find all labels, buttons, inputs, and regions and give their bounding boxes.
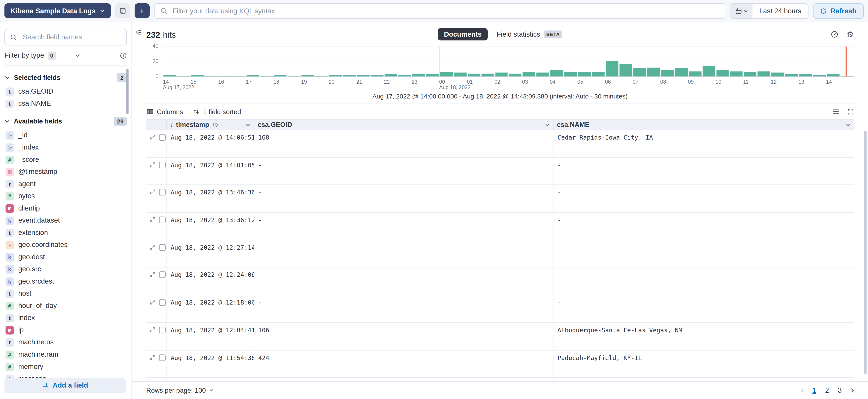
- field-list-item[interactable]: IP ip: [4, 324, 127, 336]
- x-axis-tick-label: 11: [743, 78, 749, 85]
- field-list-item[interactable]: k geo.dest: [4, 251, 127, 263]
- field-list-item[interactable]: t csa.GEOID: [4, 85, 127, 98]
- field-list-item[interactable]: # hour_of_day: [4, 300, 127, 312]
- field-list-item[interactable]: t machine.os: [4, 336, 127, 348]
- table-scrollbar[interactable]: [864, 131, 866, 374]
- refresh-button[interactable]: Refresh: [813, 3, 864, 19]
- x-axis-tick-label: 23: [411, 78, 417, 85]
- chevron-down-icon[interactable]: [75, 53, 81, 58]
- column-menu-button[interactable]: [845, 122, 850, 127]
- field-name: geo.dest: [18, 253, 45, 261]
- row-checkbox[interactable]: [159, 271, 165, 278]
- row-checkbox[interactable]: [159, 327, 165, 333]
- histogram-plot[interactable]: [163, 46, 854, 77]
- row-checkbox[interactable]: [159, 162, 165, 168]
- field-list-item[interactable]: t extension: [4, 226, 127, 239]
- fullscreen-button[interactable]: [847, 108, 854, 115]
- field-list-item[interactable]: IP clientip: [4, 202, 127, 214]
- row-checkbox[interactable]: [159, 189, 165, 196]
- row-checkbox[interactable]: [159, 134, 165, 141]
- display-density-button[interactable]: [832, 108, 839, 115]
- row-checkbox[interactable]: [159, 299, 165, 306]
- field-list-item[interactable]: # memory: [4, 361, 127, 373]
- expand-icon: [150, 354, 156, 360]
- data-view-picker-button[interactable]: Kibana Sample Data Logs: [4, 3, 111, 19]
- expand-document-button[interactable]: [150, 354, 156, 360]
- expand-document-button[interactable]: [150, 189, 156, 195]
- tab-documents[interactable]: Documents: [438, 28, 488, 40]
- row-checkbox[interactable]: [159, 217, 165, 223]
- chevron-down-icon[interactable]: [4, 119, 10, 124]
- tab-field-statistics[interactable]: Field statistics BETA: [497, 31, 562, 38]
- chevron-down-icon[interactable]: [4, 75, 10, 80]
- field-list-item[interactable]: t host: [4, 288, 127, 300]
- page-number-button[interactable]: 3: [834, 384, 845, 396]
- inspect-button[interactable]: [831, 31, 839, 38]
- string-field-type-icon: t: [5, 314, 14, 322]
- kql-search-input[interactable]: [172, 6, 719, 15]
- number-field-type-icon: #: [5, 155, 14, 164]
- row-checkbox[interactable]: [159, 354, 165, 361]
- string-field-type-icon: t: [5, 289, 14, 298]
- expand-document-button[interactable]: [150, 327, 156, 333]
- field-list-item[interactable]: # _score: [4, 153, 127, 166]
- add-field-label: Add a field: [53, 381, 88, 390]
- row-controls: [146, 323, 167, 350]
- table-header-timestamp[interactable]: ↓ timestamp: [167, 120, 254, 130]
- table-header-name[interactable]: csa.NAME: [554, 120, 854, 130]
- chart-options-button[interactable]: ⚙: [846, 30, 854, 38]
- columns-button[interactable]: Columns: [146, 108, 183, 115]
- field-list-item[interactable]: k geo.src: [4, 263, 127, 275]
- field-list-item[interactable]: k geo.srcdest: [4, 275, 127, 288]
- expand-document-button[interactable]: [150, 244, 156, 250]
- fields-sidebar: Filter by type 0 Selected fields 2 t csa…: [0, 22, 132, 399]
- field-list-item[interactable]: ◎ _index: [4, 141, 127, 154]
- table-header-geoid[interactable]: csa.GEOID: [254, 120, 554, 130]
- expand-document-button[interactable]: [150, 299, 156, 305]
- saved-queries-button[interactable]: [115, 3, 130, 19]
- field-search-input[interactable]: [22, 33, 121, 41]
- page-number-button[interactable]: 2: [822, 384, 833, 396]
- field-list-item[interactable]: ◎ _id: [4, 129, 127, 141]
- table-row: Aug 18, 2022 @ 12:18:06.737 - -: [146, 295, 854, 323]
- add-field-button[interactable]: Add a field: [4, 378, 126, 393]
- column-menu-button[interactable]: [545, 122, 550, 127]
- timestamp-column-label: timestamp: [176, 121, 209, 129]
- filter-by-type-label[interactable]: Filter by type: [4, 52, 44, 59]
- geoid-column-label: csa.GEOID: [258, 121, 292, 129]
- add-filter-button[interactable]: [134, 3, 149, 19]
- field-list-item[interactable]: # bytes: [4, 190, 127, 202]
- collapse-sidebar-button[interactable]: [134, 29, 142, 36]
- expand-document-button[interactable]: [150, 162, 156, 168]
- sidebar-scrollbar[interactable]: [126, 69, 128, 114]
- x-axis-tick-label: 04: [550, 78, 556, 85]
- expand-document-button[interactable]: [150, 134, 156, 140]
- rows-per-page-button[interactable]: Rows per page: 100: [146, 386, 214, 394]
- histogram-bar: [315, 76, 328, 76]
- x-axis-tick-label: 12: [771, 78, 777, 85]
- field-list-item[interactable]: k event.dataset: [4, 214, 127, 227]
- field-list-item[interactable]: t index: [4, 312, 127, 324]
- expand-document-button[interactable]: [150, 271, 156, 278]
- field-list-item[interactable]: ● geo.coordinates: [4, 239, 127, 251]
- hits-label: hits: [163, 30, 176, 39]
- column-menu-button[interactable]: [245, 122, 250, 127]
- time-range-button[interactable]: Last 24 hours: [753, 4, 808, 18]
- field-list-item[interactable]: t agent: [4, 178, 127, 190]
- info-icon[interactable]: [120, 52, 127, 59]
- geoid-cell: -: [254, 212, 554, 239]
- next-page-button[interactable]: [847, 384, 857, 396]
- row-checkbox[interactable]: [159, 244, 165, 251]
- field-list-item[interactable]: t csa.NAME: [4, 97, 127, 110]
- histogram-chart: 02040 1415161718192021222300010203040506…: [146, 46, 854, 92]
- page-number-button[interactable]: 1: [809, 384, 820, 396]
- field-list-item[interactable]: # machine.ram: [4, 348, 127, 361]
- date-picker-menu-button[interactable]: [731, 4, 753, 18]
- histogram-bar: [343, 75, 356, 76]
- field-list-item[interactable]: ▦ @timestamp: [4, 166, 127, 178]
- date-field-type-icon: ▦: [5, 168, 14, 176]
- expand-document-button[interactable]: [150, 217, 156, 223]
- sort-fields-button[interactable]: 1 field sorted: [193, 108, 241, 115]
- field-name: agent: [18, 180, 36, 188]
- previous-page-button[interactable]: [797, 384, 807, 396]
